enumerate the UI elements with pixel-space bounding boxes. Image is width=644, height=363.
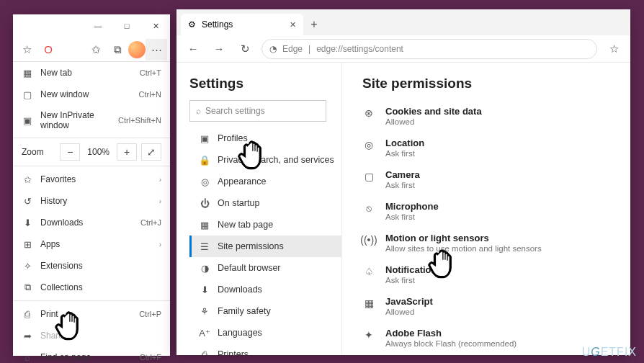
window-icon: ▢: [22, 89, 33, 100]
settings-item-label: Privacy, search, and services: [218, 155, 334, 165]
permission-icon: ◎: [362, 138, 375, 151]
star-icon[interactable]: ☆: [16, 39, 37, 60]
settings-item-printers[interactable]: ⎙Printers: [189, 344, 341, 355]
menu-label: Collections: [40, 282, 161, 292]
permission-icon: ▢: [362, 170, 375, 183]
permission-microphone[interactable]: ⍉MicrophoneAsk first: [362, 195, 630, 227]
menu-favorites[interactable]: ✩Favorites›: [13, 169, 170, 190]
permission-motion-or-light-sensors[interactable]: ((•))Motion or light sensorsAllow sites …: [362, 227, 630, 259]
menu-print[interactable]: ⎙PrintCtrl+P: [13, 303, 170, 325]
shortcut: Ctrl+Shift+N: [118, 116, 161, 125]
search-icon: ⌕: [196, 106, 201, 116]
tab-strip: ⚙ Settings ✕ +: [176, 9, 630, 35]
collections-icon: ⧉: [22, 282, 33, 293]
new-tab-button[interactable]: +: [303, 14, 325, 35]
zoom-value: 100%: [84, 147, 112, 157]
settings-item-family-safety[interactable]: ⚘Family safety: [189, 300, 341, 322]
menu-collections[interactable]: ⧉Collections: [13, 277, 170, 298]
settings-item-icon: ◑: [199, 262, 210, 274]
settings-item-icon: 🔒: [199, 154, 210, 166]
separator: [13, 138, 170, 138]
settings-item-downloads[interactable]: ⬇Downloads: [189, 279, 341, 300]
menu-new-tab[interactable]: ▦New tabCtrl+T: [13, 62, 170, 84]
permission-status: Allow sites to use motion and light sens…: [385, 244, 542, 253]
maximize-button[interactable]: □: [112, 14, 141, 37]
refresh-button[interactable]: ↻: [233, 37, 257, 61]
avatar[interactable]: [128, 41, 146, 58]
menu-downloads[interactable]: ⬇DownloadsCtrl+J: [13, 212, 170, 233]
permission-label: Adobe Flash: [385, 328, 516, 339]
menu-extensions[interactable]: ✧Extensions: [13, 255, 170, 277]
close-window-button[interactable]: ✕: [141, 14, 170, 37]
back-button[interactable]: ←: [181, 37, 205, 61]
print-icon: ⎙: [22, 308, 33, 320]
shortcut: Ctrl+N: [139, 90, 161, 99]
watermark: UGETFIX: [582, 346, 637, 359]
settings-item-icon: ⏻: [199, 197, 210, 209]
opera-icon[interactable]: O: [37, 39, 59, 60]
settings-item-label: Site permissions: [218, 241, 284, 251]
permission-cookies-and-site-data[interactable]: ⊛Cookies and site dataAllowed: [362, 100, 630, 132]
settings-item-privacy-search-and-services[interactable]: 🔒Privacy, search, and services: [189, 149, 341, 171]
menu-label: New InPrivate window: [40, 110, 111, 130]
menu-inprivate[interactable]: ▣New InPrivate windowCtrl+Shift+N: [13, 105, 170, 135]
permission-status: Always block Flash (recommended): [385, 339, 516, 348]
favorite-button[interactable]: ☆: [601, 37, 626, 61]
settings-item-new-tab-page[interactable]: ▦New tab page: [189, 214, 341, 236]
permission-camera[interactable]: ▢CameraAsk first: [362, 163, 630, 195]
extensions-icon: ✧: [22, 260, 33, 272]
permissions-heading: Site permissions: [362, 76, 630, 91]
edge-icon: ◔: [269, 44, 277, 54]
favorites-icon[interactable]: ✩: [85, 39, 107, 60]
menu-label: Apps: [40, 239, 152, 249]
fullscreen-button[interactable]: ⤢: [141, 143, 161, 161]
share-icon: ➦: [22, 330, 33, 341]
tab-settings[interactable]: ⚙ Settings ✕: [181, 14, 303, 35]
search-input[interactable]: ⌕ Search settings: [189, 100, 326, 122]
permission-notifications[interactable]: ♤NotificationsAsk first: [362, 259, 630, 290]
settings-item-default-browser[interactable]: ◑Default browser: [189, 257, 341, 279]
separator: [13, 300, 170, 301]
zoom-out-button[interactable]: −: [60, 143, 80, 161]
settings-item-label: Appearance: [218, 176, 266, 187]
settings-item-site-permissions[interactable]: ☰Site permissions: [189, 236, 341, 257]
menu-apps[interactable]: ⊞Apps›: [13, 233, 170, 255]
menu-label: Share: [40, 331, 161, 341]
settings-item-on-startup[interactable]: ⏻On startup: [189, 192, 341, 214]
zoom-controls: Zoom − 100% + ⤢: [13, 140, 170, 163]
menu-history[interactable]: ↺History›: [13, 190, 170, 212]
navbar: ← → ↻ ◔ Edge | edge://settings/content ☆: [176, 35, 630, 63]
shortcut: Ctrl+F: [140, 353, 161, 362]
permission-icon: ♤: [362, 265, 375, 278]
permission-location[interactable]: ◎LocationAsk first: [362, 132, 630, 163]
permission-status: Ask first: [385, 149, 424, 158]
minimize-button[interactable]: —: [84, 14, 112, 37]
permission-javascript[interactable]: ▦JavaScriptAllowed: [362, 290, 630, 322]
permission-label: Notifications: [385, 264, 442, 275]
permission-label: Microphone: [385, 201, 439, 212]
close-icon[interactable]: ✕: [290, 20, 296, 30]
permission-label: Camera: [385, 169, 420, 180]
gear-icon: ⚙: [188, 19, 196, 30]
permission-label: Location: [385, 138, 424, 148]
menu-find[interactable]: ⌕Find on pageCtrl+F: [13, 346, 170, 363]
browser-toolbar: ☆ O ✩ ⧉ ⋯: [13, 37, 170, 62]
settings-item-label: Printers: [218, 349, 249, 355]
more-button[interactable]: ⋯: [146, 39, 167, 60]
settings-item-profiles[interactable]: ▣Profiles: [189, 127, 341, 149]
titlebar: — □ ✕: [13, 14, 170, 37]
settings-item-icon: A⁺: [199, 327, 210, 339]
settings-sidebar: Settings ⌕ Search settings ▣Profiles🔒Pri…: [176, 63, 342, 355]
settings-item-appearance[interactable]: ◎Appearance: [189, 171, 341, 192]
address-bar[interactable]: ◔ Edge | edge://settings/content: [261, 39, 597, 59]
settings-item-languages[interactable]: A⁺Languages: [189, 322, 341, 344]
forward-button: →: [207, 37, 231, 61]
collections-icon[interactable]: ⧉: [107, 39, 128, 60]
inprivate-icon: ▣: [22, 115, 33, 126]
menu-label: New window: [40, 89, 132, 99]
download-icon: ⬇: [22, 217, 33, 228]
menu-new-window[interactable]: ▢New windowCtrl+N: [13, 84, 170, 105]
settings-item-icon: ▦: [199, 219, 210, 230]
zoom-in-button[interactable]: +: [117, 143, 137, 161]
permission-icon: ✦: [362, 328, 375, 341]
